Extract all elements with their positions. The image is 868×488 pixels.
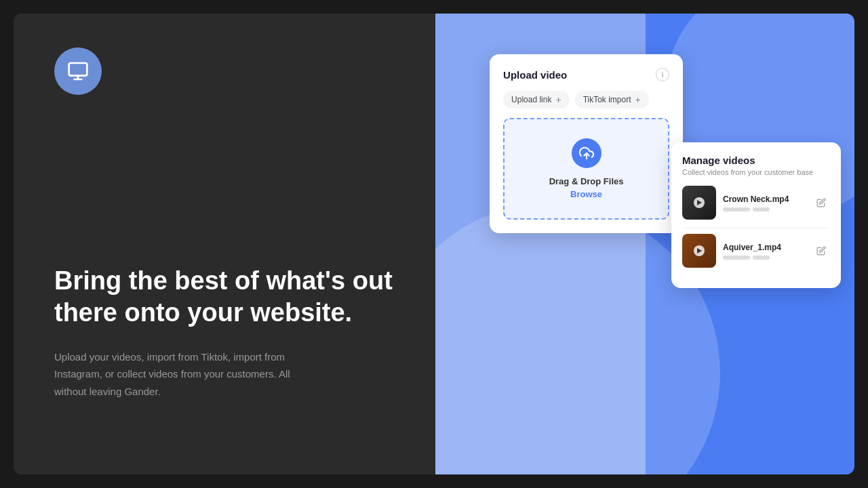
video-divider: [682, 228, 830, 228]
video-thumb-2: [682, 234, 716, 268]
upload-card-title: Upload video: [503, 69, 567, 81]
meta-bar-2b: [753, 256, 770, 260]
play-indicator-1: [694, 197, 705, 208]
play-indicator-2: [694, 245, 705, 256]
tiktok-import-button[interactable]: TikTok import +: [575, 91, 649, 108]
cloud-upload-icon: [572, 138, 601, 168]
play-triangle-1: [697, 200, 702, 205]
video-item-1: Crown Neck.mp4: [682, 186, 830, 220]
edit-icon-1[interactable]: [812, 194, 830, 211]
upload-buttons-row: Upload link + TikTok import +: [503, 91, 669, 108]
play-triangle-2: [697, 248, 702, 253]
edit-icon-2[interactable]: [812, 242, 830, 260]
upload-link-button[interactable]: Upload link +: [503, 91, 570, 108]
video-name-2: Aquiver_1.mp4: [723, 243, 806, 252]
video-meta-bars-2: [723, 256, 806, 260]
video-meta-bars-1: [723, 207, 806, 211]
info-label: i: [662, 70, 663, 79]
upload-card: Upload video i Upload link + TikTok impo…: [490, 54, 683, 233]
info-icon[interactable]: i: [656, 68, 669, 81]
logo-circle: [54, 47, 102, 95]
meta-bar-1a: [723, 207, 750, 211]
left-content: Bring the best of what's out there onto …: [54, 265, 395, 441]
video-name-1: Crown Neck.mp4: [723, 195, 806, 204]
upload-link-plus: +: [555, 94, 561, 105]
svg-rect-0: [69, 63, 87, 76]
drop-zone[interactable]: Drag & Drop Files Browse: [503, 118, 669, 220]
left-panel: Bring the best of what's out there onto …: [14, 14, 435, 474]
manage-card-subtitle: Collect videos from your customer base: [682, 168, 830, 176]
sub-text: Upload your videos, import from Tiktok, …: [54, 348, 312, 401]
browse-link[interactable]: Browse: [570, 189, 602, 199]
cloud-icon: [579, 146, 594, 161]
video-info-2: Aquiver_1.mp4: [723, 243, 806, 260]
meta-bar-2a: [723, 256, 750, 260]
video-thumb-1: [682, 186, 716, 220]
right-panel: Upload video i Upload link + TikTok impo…: [435, 14, 854, 474]
app-wrapper: Bring the best of what's out there onto …: [14, 14, 854, 474]
tiktok-import-plus: +: [635, 94, 641, 105]
drop-zone-text: Drag & Drop Files: [549, 176, 624, 186]
main-heading: Bring the best of what's out there onto …: [54, 265, 395, 329]
manage-card-title: Manage videos: [682, 155, 830, 166]
meta-bar-1b: [753, 207, 770, 211]
upload-card-header: Upload video i: [503, 68, 669, 81]
tiktok-import-label: TikTok import: [583, 95, 631, 104]
video-item-2: Aquiver_1.mp4: [682, 234, 830, 268]
upload-link-label: Upload link: [511, 95, 551, 104]
video-info-1: Crown Neck.mp4: [723, 195, 806, 211]
monitor-icon: [67, 60, 89, 82]
manage-card: Manage videos Collect videos from your c…: [671, 142, 841, 288]
